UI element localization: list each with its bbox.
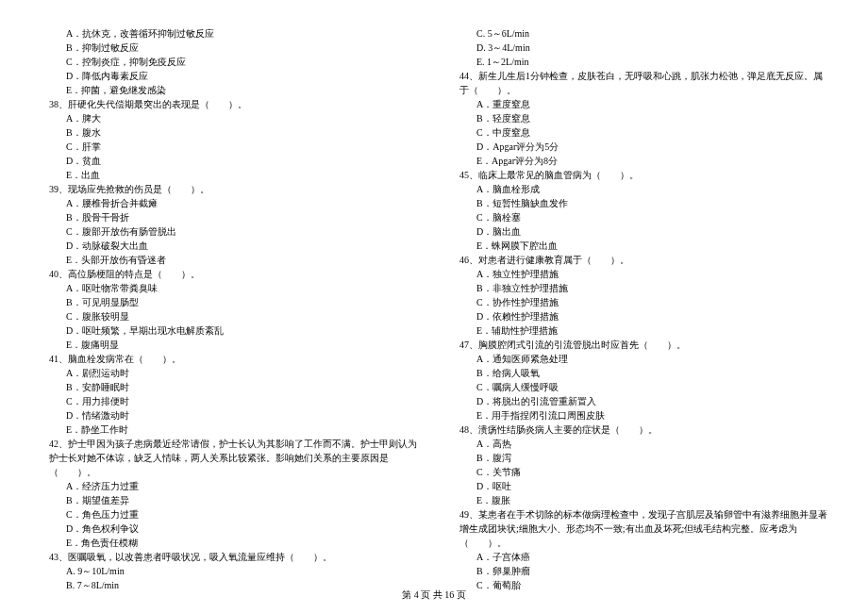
q40-option-a: A．呕吐物常带粪臭味: [38, 281, 420, 295]
q38-option-d: D．贫血: [38, 154, 420, 168]
q48-option-a: A．高热: [448, 437, 830, 451]
q40-option-c: C．腹胀较明显: [38, 309, 420, 323]
q38-text: 38、肝硬化失代偿期最突出的表现是（ ）。: [38, 97, 420, 111]
q40-option-e: E．腹痛明显: [38, 338, 420, 352]
q39-text: 39、现场应先抢救的伤员是（ ）。: [38, 182, 420, 196]
q48-option-c: C．关节痛: [448, 465, 830, 479]
q37-option-a: A．抗休克，改善循环抑制过敏反应: [38, 26, 420, 41]
page-footer: 第 4 页 共 16 页: [0, 588, 868, 602]
q49-option-a: A．子宫体癌: [448, 550, 830, 564]
q46-option-b: B．非独立性护理措施: [448, 281, 830, 295]
q45-option-e: E．蛛网膜下腔出血: [448, 239, 830, 253]
q44-option-e: E．Apgar评分为8分: [448, 154, 830, 168]
q41-option-a: A．剧烈运动时: [38, 366, 420, 380]
q47-option-d: D．将脱出的引流管重新置入: [448, 394, 830, 408]
q48-text: 48、溃疡性结肠炎病人主要的症状是（ ）。: [448, 422, 830, 437]
q41-option-b: B．安静睡眠时: [38, 380, 420, 394]
q40-option-b: B．可见明显肠型: [38, 295, 420, 309]
q40-text: 40、高位肠梗阻的特点是（ ）。: [38, 267, 420, 281]
q46-option-e: E．辅助性护理措施: [448, 323, 830, 338]
q43-text: 43、医嘱吸氧，以改善患者呼吸状况，吸入氧流量应维持（ ）。: [38, 550, 420, 564]
q39-option-c: C．腹部开放伤有肠管脱出: [38, 224, 420, 239]
q41-option-e: E．静坐工作时: [38, 422, 420, 437]
content-area: A．抗休克，改善循环抑制过敏反应 B．抑制过敏反应 C．控制炎症，抑制免疫反应 …: [38, 26, 830, 592]
q45-option-a: A．脑血栓形成: [448, 182, 830, 196]
q41-option-c: C．用力排便时: [38, 394, 420, 408]
q37-option-b: B．抑制过敏反应: [38, 41, 420, 55]
q37-option-d: D．降低内毒素反应: [38, 69, 420, 83]
q47-option-a: A．通知医师紧急处理: [448, 352, 830, 366]
q47-option-c: C．嘱病人缓慢呼吸: [448, 380, 830, 394]
q40-option-d: D．呕吐频繁，早期出现水电解质紊乱: [38, 323, 420, 338]
q47-option-b: B．给病人吸氧: [448, 366, 830, 380]
q45-text: 45、临床上最常见的脑血管病为（ ）。: [448, 168, 830, 182]
q38-option-b: B．腹水: [38, 125, 420, 140]
left-column: A．抗休克，改善循环抑制过敏反应 B．抑制过敏反应 C．控制炎症，抑制免疫反应 …: [38, 26, 420, 592]
q39-option-d: D．动脉破裂大出血: [38, 239, 420, 253]
q43-option-c: C. 5～6L/min: [448, 26, 830, 41]
q41-option-d: D．情绪激动时: [38, 408, 420, 422]
q42-option-d: D．角色权利争议: [38, 522, 420, 536]
q46-text: 46、对患者进行健康教育属于（ ）。: [448, 253, 830, 267]
q47-option-e: E．用手指捏闭引流口周围皮肤: [448, 408, 830, 422]
q42-text: 42、护士甲因为孩子患病最近经常请假，护士长认为其影响了工作而不满。护士甲则认为…: [38, 437, 420, 479]
q45-option-d: D．脑出血: [448, 224, 830, 239]
q48-option-d: D．呕吐: [448, 479, 830, 493]
q48-option-b: B．腹泻: [448, 451, 830, 465]
q43-option-a: A. 9～10L/min: [38, 564, 420, 578]
q39-option-e: E．头部开放伤有昏迷者: [38, 253, 420, 267]
q43-option-d: D. 3～4L/min: [448, 41, 830, 55]
q37-option-c: C．控制炎症，抑制免疫反应: [38, 55, 420, 69]
q48-option-e: E．腹胀: [448, 493, 830, 507]
q44-option-b: B．轻度窒息: [448, 111, 830, 125]
q45-option-b: B．短暂性脑缺血发作: [448, 196, 830, 210]
q46-option-a: A．独立性护理措施: [448, 267, 830, 281]
q42-option-c: C．角色压力过重: [38, 507, 420, 522]
q42-option-a: A．经济压力过重: [38, 479, 420, 493]
q37-option-e: E．抑菌，避免继发感染: [38, 83, 420, 97]
q49-text: 49、某患者在手术切除的标本做病理检查中，发现子宫肌层及输卵管中有滋养细胞并显著…: [448, 507, 830, 550]
q43-option-e: E. 1～2L/min: [448, 55, 830, 69]
q41-text: 41、脑血栓发病常在（ ）。: [38, 352, 420, 366]
q38-option-c: C．肝掌: [38, 140, 420, 154]
q44-option-c: C．中度窒息: [448, 125, 830, 140]
q47-text: 47、胸膜腔闭式引流的引流管脱出时应首先（ ）。: [448, 338, 830, 352]
q44-option-d: D．Apgar评分为5分: [448, 140, 830, 154]
q38-option-a: A．脾大: [38, 111, 420, 125]
q46-option-c: C．协作性护理措施: [448, 295, 830, 309]
q38-option-e: E．出血: [38, 168, 420, 182]
q42-option-e: E．角色责任模糊: [38, 536, 420, 550]
q46-option-d: D．依赖性护理措施: [448, 309, 830, 323]
q44-text: 44、新生儿生后1分钟检查，皮肤苍白，无呼吸和心跳，肌张力松弛，弹足底无反应。属…: [448, 69, 830, 97]
right-column: C. 5～6L/min D. 3～4L/min E. 1～2L/min 44、新…: [448, 26, 830, 592]
q49-option-b: B．卵巢肿瘤: [448, 564, 830, 578]
q42-option-b: B．期望值差异: [38, 493, 420, 507]
q39-option-a: A．腰椎骨折合并截瘫: [38, 196, 420, 210]
q45-option-c: C．脑栓塞: [448, 210, 830, 224]
q39-option-b: B．股骨干骨折: [38, 210, 420, 224]
q44-option-a: A．重度窒息: [448, 97, 830, 111]
